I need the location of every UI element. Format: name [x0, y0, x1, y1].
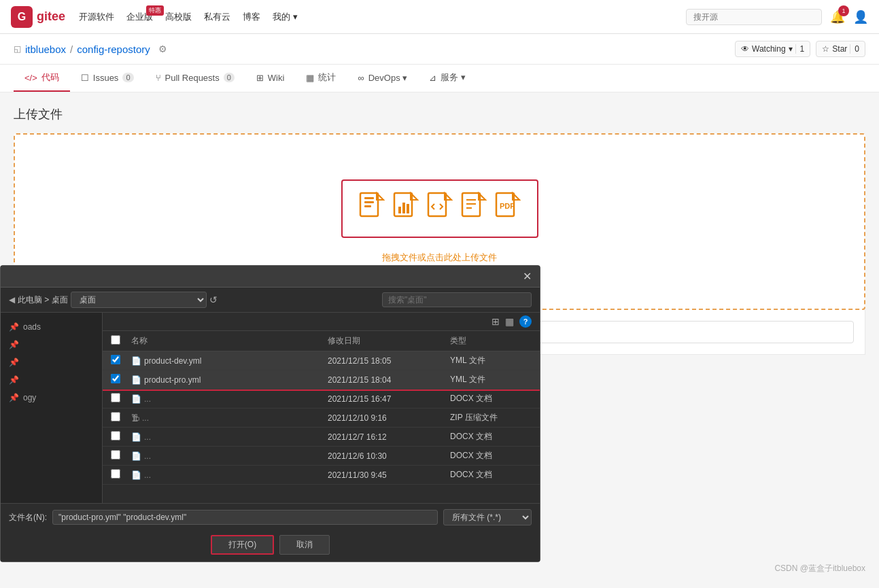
filedate-6: 2021/12/6 10:30	[328, 451, 450, 461]
path-arrow-left: ◀	[9, 295, 15, 305]
nav-blog[interactable]: 博客	[243, 11, 260, 23]
breadcrumb-path: ◀ 此电脑 > 桌面 桌面 ↺	[9, 292, 377, 308]
file-checkbox-6[interactable]	[111, 450, 120, 460]
tab-wiki-label: Wiki	[268, 73, 285, 83]
svg-rect-1	[364, 197, 374, 199]
pin-icon-4: 📌	[9, 375, 19, 385]
sidebar-label-1: oads	[23, 322, 41, 332]
filename-cell-4: 🗜 ...	[131, 413, 328, 423]
tab-devops-label: DevOps ▾	[368, 73, 408, 83]
nav-open-source[interactable]: 开源软件	[79, 11, 114, 23]
sidebar-item-technology[interactable]: 📌 ogy	[1, 389, 102, 407]
chart-file-icon	[393, 192, 419, 226]
file-row-6[interactable]: 📄 ... 2021/12/6 10:30 DOCX 文档	[103, 447, 540, 466]
filedate-3: 2021/12/15 16:47	[328, 394, 450, 404]
checkbox-cell-3[interactable]	[111, 393, 131, 404]
checkbox-cell-6[interactable]	[111, 450, 131, 462]
tab-code-label: 代码	[41, 71, 59, 84]
filetype-6: DOCX 文档	[450, 450, 532, 462]
tab-issues[interactable]: ☐ Issues 0	[70, 65, 145, 92]
checkbox-cell-5[interactable]	[111, 431, 131, 443]
tab-services[interactable]: ⊿ 服务 ▾	[418, 65, 477, 92]
nav-enterprise[interactable]: 企业版 特惠	[126, 11, 153, 23]
file-doc-icon-7: 📄	[131, 470, 141, 480]
watch-button[interactable]: 👁 Watching ▾ 1	[735, 41, 810, 57]
filename-cell-2: 📄 product-pro.yml	[131, 375, 328, 385]
file-checkbox-5[interactable]	[111, 431, 120, 440]
file-checkbox-7[interactable]	[111, 469, 120, 479]
file-row-5[interactable]: 📄 ... 2021/12/7 16:12 DOCX 文档	[103, 428, 540, 447]
file-doc-icon-2: 📄	[131, 375, 141, 385]
svg-rect-0	[360, 193, 378, 216]
sidebar-item-4[interactable]: 📌	[1, 371, 102, 389]
logo[interactable]: G gitee	[11, 6, 65, 28]
svg-rect-5	[398, 207, 401, 213]
filetype-3: DOCX 文档	[450, 393, 532, 404]
file-row-2[interactable]: 📄 product-pro.yml 2021/12/15 18:04 YML 文…	[103, 370, 540, 390]
file-row-4[interactable]: 🗜 ... 2021/12/10 9:16 ZIP 压缩文件	[103, 409, 540, 428]
file-checkbox-1[interactable]	[111, 355, 120, 364]
file-checkbox-4[interactable]	[111, 412, 120, 421]
file-list-panel: ⊞ ▦ ? 名称 修改日期 类型	[103, 313, 540, 500]
checkbox-cell-2[interactable]	[111, 374, 131, 385]
notification-bell[interactable]: 🔔 1	[830, 10, 845, 24]
help-button[interactable]: ?	[519, 315, 532, 328]
repo-actions: 👁 Watching ▾ 1 ☆ Star 0	[735, 41, 865, 57]
repo-settings-icon[interactable]: ⚙	[158, 44, 167, 54]
dialog-title-bar: ✕	[1, 266, 540, 288]
file-checkbox-3[interactable]	[111, 393, 120, 402]
path-text: 此电脑 > 桌面	[18, 294, 68, 306]
file-search-input[interactable]	[382, 292, 532, 307]
file-table: 📄 product-dev.yml 2021/12/15 18:05 YML 文…	[103, 351, 540, 500]
file-row-1[interactable]: 📄 product-dev.yml 2021/12/15 18:05 YML 文…	[103, 351, 540, 370]
checkbox-cell-4[interactable]	[111, 412, 131, 423]
nav-private-cloud[interactable]: 私有云	[204, 11, 230, 23]
file-row-3[interactable]: 📄 ... 2021/12/15 16:47 DOCX 文档	[103, 390, 540, 409]
repo-name[interactable]: config-repostory	[77, 44, 150, 55]
tab-code[interactable]: </> 代码	[14, 65, 70, 92]
sidebar-item-3[interactable]: 📌	[1, 353, 102, 371]
filename-5: ...	[144, 432, 151, 442]
path-dropdown[interactable]: 桌面	[71, 292, 207, 308]
view-list-icon[interactable]: ⊞	[492, 316, 500, 327]
upload-icons-box: PDF	[341, 179, 538, 238]
dialog-close-button[interactable]: ✕	[523, 270, 532, 283]
repo-owner[interactable]: itbluebox	[25, 44, 66, 55]
file-doc-icon-5: 📄	[131, 432, 141, 442]
file-checkbox-2[interactable]	[111, 374, 120, 383]
nav-university[interactable]: 高校版	[165, 11, 192, 23]
filedate-7: 2021/11/30 9:45	[328, 470, 450, 480]
filetype-2: YML 文件	[450, 374, 532, 385]
logo-icon: G	[11, 6, 33, 28]
user-avatar[interactable]: 👤	[853, 10, 868, 24]
refresh-icon[interactable]: ↺	[209, 294, 218, 305]
tab-pullrequests[interactable]: ⑂ Pull Requests 0	[145, 65, 245, 92]
tab-services-label: 服务 ▾	[441, 71, 466, 84]
file-row-7[interactable]: 📄 ... 2021/11/30 9:45 DOCX 文档	[103, 466, 540, 485]
filename-cell-1: 📄 product-dev.yml	[131, 356, 328, 366]
select-all-checkbox[interactable]	[111, 335, 120, 345]
nav-mine[interactable]: 我的 ▾	[273, 11, 298, 23]
sidebar-item-2[interactable]: 📌	[1, 336, 102, 353]
tab-stats-label: 统计	[318, 71, 336, 84]
header-type: 类型	[450, 335, 532, 347]
filedate-4: 2021/12/10 9:16	[328, 413, 450, 423]
sidebar-item-downloads[interactable]: 📌 oads	[1, 318, 102, 336]
tab-stats[interactable]: ▦ 统计	[295, 65, 347, 92]
upload-hint[interactable]: 拖拽文件或点击此处上传文件	[382, 252, 497, 264]
filetype-5: DOCX 文档	[450, 431, 532, 443]
tab-devops[interactable]: ∞ DevOps ▾	[347, 65, 418, 92]
svg-rect-3	[364, 205, 371, 207]
archive-file-icon	[359, 192, 385, 226]
star-button[interactable]: ☆ Star 0	[816, 41, 865, 57]
checkbox-cell-1[interactable]	[111, 355, 131, 366]
tab-wiki[interactable]: ⊞ Wiki	[245, 65, 296, 92]
pin-icon-1: 📌	[9, 322, 19, 332]
checkbox-cell-7[interactable]	[111, 469, 131, 481]
svg-rect-8	[428, 193, 446, 216]
file-list-toolbar: ⊞ ▦ ?	[103, 313, 540, 331]
svg-rect-6	[402, 203, 405, 213]
search-input[interactable]	[686, 9, 822, 25]
view-grid-icon[interactable]: ▦	[505, 316, 514, 327]
file-doc-icon-4: 🗜	[131, 413, 139, 423]
